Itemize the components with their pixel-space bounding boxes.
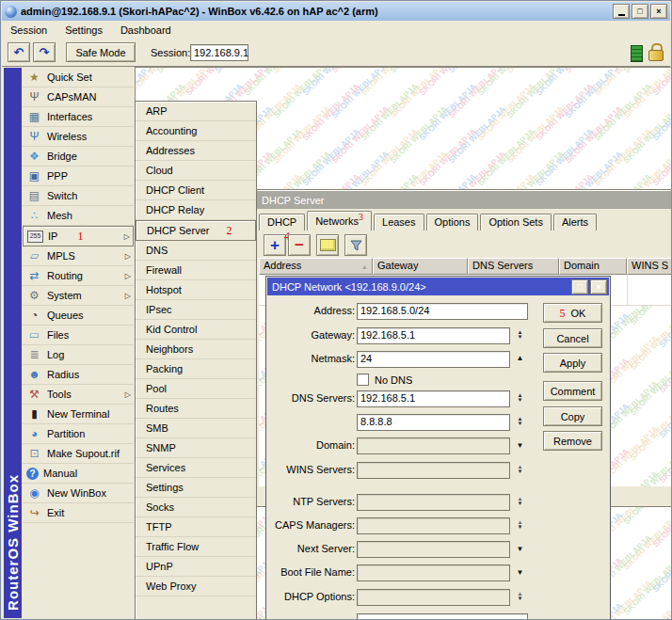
dns-server-1-input[interactable]: 192.168.5.1 <box>357 390 510 407</box>
dialog-titlebar[interactable]: DHCP Network <192.168.9.0/24> □ × <box>267 278 609 295</box>
tab-dhcp[interactable]: DHCP <box>259 214 305 231</box>
sidebar-item-bridge[interactable]: ❖Bridge <box>23 147 134 167</box>
remove-entry-button[interactable]: − <box>288 234 311 256</box>
spinner-icon[interactable]: ▲▼ <box>513 417 527 426</box>
dns-server-2-input[interactable]: 8.8.8.8 <box>357 414 510 431</box>
sidebar-item-exit[interactable]: ↪Exit <box>23 503 134 523</box>
dialog-maximize-button[interactable]: □ <box>571 279 588 294</box>
sidebar-item-tools[interactable]: ⚒Tools▷ <box>23 385 134 405</box>
column-header-wins-s[interactable]: WINS S <box>627 258 672 275</box>
boot-file-name-input[interactable] <box>357 564 510 581</box>
submenu-item-routes[interactable]: Routes <box>136 399 256 419</box>
tab-leases[interactable]: Leases <box>374 214 424 231</box>
dropdown-icon[interactable]: ▼ <box>513 545 527 553</box>
dropdown-icon[interactable]: ▼ <box>513 441 527 450</box>
spinner-icon[interactable]: ▲▼ <box>513 592 527 601</box>
sidebar-item-manual[interactable]: ?Manual <box>23 464 134 484</box>
comment-button[interactable]: Comment <box>543 381 602 401</box>
sidebar-item-mpls[interactable]: ▱MPLS▷ <box>23 246 134 266</box>
dhcp-options-input[interactable] <box>357 589 510 606</box>
sidebar-item-partition[interactable]: ◕Partition <box>23 424 134 444</box>
sidebar-item-queues[interactable]: ◔Queues <box>23 306 134 326</box>
column-header-domain[interactable]: Domain <box>559 258 627 275</box>
spin-up-icon[interactable]: ▲ <box>513 354 527 362</box>
menu-settings[interactable]: Settings <box>65 24 103 36</box>
dialog-close-button[interactable]: × <box>590 279 607 294</box>
sidebar-item-switch[interactable]: ▤Switch <box>23 186 134 206</box>
sidebar-item-ip[interactable]: 255IP1▷ <box>23 226 134 246</box>
extra-field-partial[interactable] <box>357 613 528 620</box>
submenu-item-dns[interactable]: DNS <box>136 241 256 261</box>
apply-button[interactable]: Apply <box>543 353 602 373</box>
submenu-item-traffic-flow[interactable]: Traffic Flow <box>136 537 256 557</box>
safe-mode-button[interactable]: Safe Mode <box>66 42 136 62</box>
cancel-button[interactable]: Cancel <box>543 328 602 348</box>
ntp-servers-input[interactable] <box>357 494 510 511</box>
sidebar-item-make-supout-rif[interactable]: ⊡Make Supout.rif <box>23 444 134 464</box>
submenu-item-socks[interactable]: Socks <box>136 498 256 517</box>
submenu-item-tftp[interactable]: TFTP <box>136 517 256 537</box>
session-field[interactable]: 192.168.9.1 <box>190 44 248 61</box>
spinner-icon[interactable]: ▲▼ <box>513 330 527 340</box>
domain-input[interactable] <box>357 437 510 454</box>
spinner-icon[interactable]: ▲▼ <box>513 520 527 530</box>
comment-entry-button[interactable] <box>316 234 339 256</box>
submenu-item-web-proxy[interactable]: Web Proxy <box>136 577 256 596</box>
spinner-icon[interactable]: ▲▼ <box>513 393 527 403</box>
submenu-item-kid-control[interactable]: Kid Control <box>136 320 256 340</box>
redo-button[interactable]: ↷ <box>33 42 56 62</box>
submenu-item-neighbors[interactable]: Neighbors <box>136 340 256 359</box>
tab-options[interactable]: Options <box>426 214 479 231</box>
sidebar-item-radius[interactable]: ☻Radius <box>23 365 134 385</box>
address-input[interactable]: 192.168.5.0/24 <box>357 303 528 320</box>
remove-button[interactable]: Remove <box>543 431 602 451</box>
sidebar-item-ppp[interactable]: ▣PPP <box>23 167 134 186</box>
sidebar-item-new-winbox[interactable]: ◉New WinBox <box>23 484 134 503</box>
sidebar-item-system[interactable]: ⚙System▷ <box>23 286 134 306</box>
undo-button[interactable]: ↶ <box>8 42 30 62</box>
netmask-input[interactable]: 24 <box>357 351 510 368</box>
submenu-item-pool[interactable]: Pool <box>136 379 256 399</box>
no-dns-checkbox[interactable] <box>357 374 369 386</box>
submenu-item-smb[interactable]: SMB <box>136 419 256 438</box>
tab-option-sets[interactable]: Option Sets <box>480 214 551 231</box>
dropdown-icon[interactable]: ▼ <box>513 568 527 577</box>
submenu-item-arp[interactable]: ARP <box>136 102 256 121</box>
ok-button[interactable]: 5OK <box>543 303 602 323</box>
column-header-address[interactable]: Address▲ <box>259 258 373 275</box>
column-header-gateway[interactable]: Gateway <box>373 258 468 275</box>
maximize-button[interactable]: □ <box>632 4 648 19</box>
submenu-item-addresses[interactable]: Addresses <box>136 141 256 161</box>
filter-button[interactable] <box>344 234 367 256</box>
minimize-button[interactable] <box>613 4 630 19</box>
submenu-item-dhcp-client[interactable]: DHCP Client <box>136 181 256 200</box>
sidebar-item-wireless[interactable]: ΨWireless <box>23 127 134 147</box>
submenu-item-dhcp-relay[interactable]: DHCP Relay <box>136 200 256 220</box>
sidebar-item-capsman[interactable]: ΨCAPsMAN <box>23 87 134 107</box>
menu-session[interactable]: Session <box>10 24 47 36</box>
sidebar-item-quick-set[interactable]: ★Quick Set <box>23 68 134 87</box>
sidebar-item-mesh[interactable]: ∴Mesh <box>23 206 134 226</box>
copy-button[interactable]: Copy <box>543 406 602 426</box>
caps-managers-input[interactable] <box>357 517 510 534</box>
submenu-item-hotspot[interactable]: Hotspot <box>136 280 256 300</box>
submenu-item-ipsec[interactable]: IPsec <box>136 300 256 320</box>
submenu-item-accounting[interactable]: Accounting <box>136 121 256 141</box>
sidebar-item-new-terminal[interactable]: ▮New Terminal <box>23 405 134 424</box>
submenu-item-settings[interactable]: Settings <box>136 478 256 498</box>
submenu-item-cloud[interactable]: Cloud <box>136 161 256 181</box>
sidebar-item-routing[interactable]: ⇄Routing▷ <box>23 266 134 286</box>
menu-dashboard[interactable]: Dashboard <box>120 24 171 36</box>
submenu-item-upnp[interactable]: UPnP <box>136 557 256 577</box>
submenu-item-services[interactable]: Services <box>136 458 256 478</box>
spinner-icon[interactable]: ▲▼ <box>513 497 527 506</box>
submenu-item-snmp[interactable]: SNMP <box>136 438 256 458</box>
dhcp-server-titlebar[interactable]: DHCP Server <box>257 191 672 209</box>
close-button[interactable]: × <box>650 4 667 19</box>
wins-servers-input[interactable] <box>357 462 510 479</box>
sidebar-item-files[interactable]: ▭Files <box>23 326 134 345</box>
sidebar-item-interfaces[interactable]: ▦Interfaces <box>23 107 134 127</box>
submenu-item-firewall[interactable]: Firewall <box>136 261 256 280</box>
column-header-dns-servers[interactable]: DNS Servers <box>468 258 559 275</box>
spinner-icon[interactable]: ▲▼ <box>513 465 527 474</box>
